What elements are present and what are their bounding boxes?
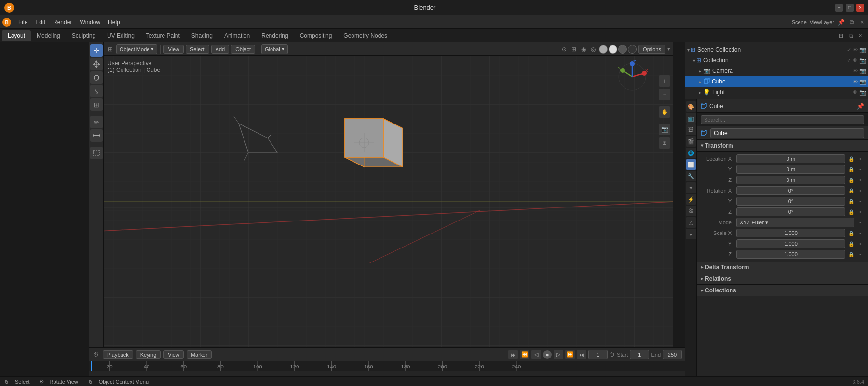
proportional-icon[interactable]: ⊙ bbox=[560, 45, 568, 53]
rotate-tool-btn[interactable] bbox=[90, 71, 103, 84]
dot-rz-btn[interactable]: • bbox=[856, 208, 864, 216]
keying-btn[interactable]: Keying bbox=[136, 350, 161, 359]
view-layer-props-btn[interactable]: 🖼 bbox=[686, 124, 696, 135]
scale-x-field[interactable]: 1.000 bbox=[736, 229, 845, 237]
data-props-btn[interactable]: △ bbox=[686, 217, 696, 228]
snap-icon[interactable]: ⊞ bbox=[570, 45, 578, 53]
material-shading-btn[interactable] bbox=[618, 45, 627, 54]
collections-section-header[interactable]: ▸ Collections bbox=[697, 285, 868, 296]
light-eye[interactable]: 👁 bbox=[853, 89, 858, 96]
menu-render[interactable]: Render bbox=[49, 17, 76, 27]
copy-icon[interactable]: ⧉ bbox=[848, 18, 855, 26]
play-btn[interactable]: ▷ bbox=[554, 350, 563, 359]
move-tool-btn[interactable] bbox=[90, 58, 103, 70]
mode-dot-btn[interactable]: • bbox=[856, 219, 864, 226]
coll-eye[interactable]: 👁 bbox=[853, 57, 858, 64]
view-menu-btn[interactable]: View bbox=[163, 45, 184, 54]
dot-z-btn[interactable]: • bbox=[856, 176, 864, 184]
coll-check[interactable]: ✓ bbox=[847, 57, 851, 64]
grid-snap-btn[interactable]: ⊞ bbox=[659, 137, 670, 149]
solid-shading-btn[interactable] bbox=[609, 45, 617, 54]
delta-transform-section-header[interactable]: ▸ Delta Transform bbox=[697, 262, 868, 273]
rotation-z-field[interactable]: 0° bbox=[736, 207, 845, 216]
dot-x-btn[interactable]: • bbox=[856, 155, 864, 163]
constraints-props-btn[interactable]: ⛓ bbox=[686, 206, 696, 216]
close-icon[interactable]: × bbox=[858, 18, 866, 26]
modifier-props-btn[interactable]: 🔧 bbox=[686, 171, 696, 181]
location-z-field[interactable]: 0 m bbox=[736, 176, 845, 184]
physics-props-btn[interactable]: ⚡ bbox=[686, 194, 696, 205]
transform-section-header[interactable]: ▾ Transform bbox=[697, 140, 868, 152]
transform-tool-btn[interactable]: ⊞ bbox=[90, 98, 103, 111]
render-props-btn[interactable]: 🎨 bbox=[686, 101, 696, 112]
object-mode-dropdown[interactable]: Object Mode ▾ bbox=[116, 44, 157, 54]
outliner-light[interactable]: ▸ 💡 Light 👁 📷 bbox=[685, 87, 868, 97]
add-menu-btn[interactable]: Add bbox=[211, 45, 230, 54]
zoom-in-btn[interactable]: + bbox=[659, 75, 670, 87]
output-props-btn[interactable]: 📺 bbox=[686, 113, 696, 124]
tab-layout[interactable]: Layout bbox=[2, 30, 31, 41]
lock-sx-btn[interactable]: 🔒 bbox=[847, 229, 855, 237]
tab-texture-paint[interactable]: Texture Paint bbox=[140, 30, 186, 41]
tab-sculpting[interactable]: Sculpting bbox=[66, 30, 101, 41]
lock-rx-btn[interactable]: 🔒 bbox=[847, 187, 855, 194]
timeline-mode-icon[interactable]: ⏱ bbox=[92, 351, 100, 358]
current-frame-input[interactable] bbox=[588, 350, 608, 359]
overlay-icon[interactable]: ◉ bbox=[580, 45, 587, 53]
start-frame-input[interactable] bbox=[630, 350, 649, 359]
wireframe-shading-btn[interactable] bbox=[599, 45, 608, 54]
jump-start-btn[interactable]: ⏮ bbox=[508, 350, 518, 359]
close-button[interactable]: × bbox=[856, 4, 864, 12]
scene-props-btn[interactable]: 🎬 bbox=[686, 136, 696, 147]
tab-shading[interactable]: Shading bbox=[186, 30, 218, 41]
props-search-input[interactable] bbox=[701, 115, 864, 124]
dot-sx-btn[interactable]: • bbox=[856, 229, 864, 237]
scene-coll-eye[interactable]: 👁 bbox=[853, 47, 858, 53]
coll-cam[interactable]: 📷 bbox=[859, 57, 866, 64]
cube-eye[interactable]: 👁 bbox=[853, 79, 858, 85]
pin-icon[interactable]: 📌 bbox=[837, 18, 845, 26]
global-dropdown[interactable]: Global ▾ bbox=[261, 44, 288, 54]
menu-edit[interactable]: Edit bbox=[31, 17, 49, 27]
cam-eye[interactable]: 👁 bbox=[853, 68, 858, 74]
maximize-button[interactable]: □ bbox=[846, 4, 854, 12]
box-select-btn[interactable] bbox=[90, 147, 103, 159]
light-render[interactable]: 📷 bbox=[859, 89, 866, 96]
outliner-collection[interactable]: ▾ ⊞ Collection ✓ 👁 📷 bbox=[685, 55, 868, 66]
hand-tool-btn[interactable]: ✋ bbox=[659, 106, 670, 118]
lock-sy-btn[interactable]: 🔒 bbox=[847, 240, 855, 248]
options-btn[interactable]: Options bbox=[638, 45, 665, 54]
cam-render[interactable]: 📷 bbox=[859, 68, 866, 74]
annotate-tool-btn[interactable]: ✏ bbox=[90, 116, 103, 128]
rotation-y-field[interactable]: 0° bbox=[736, 197, 845, 206]
viewport-mode-icon[interactable]: ⊞ bbox=[107, 45, 114, 53]
scene-coll-check[interactable]: ✓ bbox=[847, 47, 851, 53]
rotation-mode-dropdown[interactable]: XYZ Euler ▾ bbox=[736, 218, 854, 227]
record-btn[interactable]: ● bbox=[543, 350, 552, 359]
scale-z-field[interactable]: 1.000 bbox=[736, 250, 845, 259]
cursor-tool-btn[interactable]: ✛ bbox=[90, 44, 103, 57]
next-frame-btn[interactable]: ⏩ bbox=[565, 350, 575, 359]
marker-btn[interactable]: Marker bbox=[187, 350, 212, 359]
dot-sz-btn[interactable]: • bbox=[856, 250, 864, 258]
data-name-field[interactable] bbox=[710, 128, 864, 138]
cube-render[interactable]: 📷 bbox=[859, 79, 866, 85]
tab-modeling[interactable]: Modeling bbox=[31, 30, 66, 41]
timeline-ruler[interactable]: 20 40 60 80 100 120 140 160 180 200 bbox=[89, 361, 685, 371]
tab-rendering[interactable]: Rendering bbox=[256, 30, 294, 41]
layout-icon[interactable]: ⊞ bbox=[837, 32, 845, 40]
screen-icon[interactable]: ⧉ bbox=[847, 32, 854, 40]
playback-btn[interactable]: Playback bbox=[103, 350, 133, 359]
jump-end-btn[interactable]: ⏭ bbox=[577, 350, 586, 359]
scale-tool-btn[interactable]: ⤡ bbox=[90, 85, 103, 97]
close-screen-icon[interactable]: × bbox=[856, 32, 864, 40]
location-x-field[interactable]: 0 m bbox=[736, 154, 845, 163]
object-menu-btn[interactable]: Object bbox=[231, 45, 255, 54]
zoom-out-btn[interactable]: − bbox=[659, 89, 670, 100]
lock-sz-btn[interactable]: 🔒 bbox=[847, 250, 855, 258]
gizmo[interactable]: X Y Z bbox=[615, 60, 649, 94]
relations-section-header[interactable]: ▸ Relations bbox=[697, 273, 868, 285]
outliner-cube[interactable]: ▸ Cube 👁 📷 bbox=[685, 76, 868, 87]
tab-animation[interactable]: Animation bbox=[218, 30, 256, 41]
dot-y-btn[interactable]: • bbox=[856, 165, 864, 173]
